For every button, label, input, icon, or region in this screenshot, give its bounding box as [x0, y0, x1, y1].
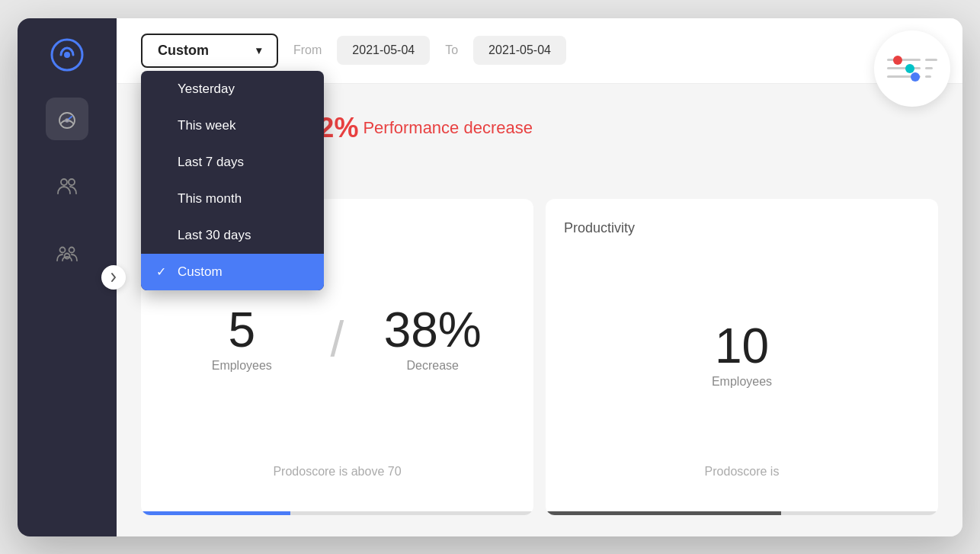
- card-2-progress-bar: [546, 511, 938, 515]
- dropdown-item-custom[interactable]: ✓ Custom: [141, 254, 324, 290]
- performance-pct: 2%: [319, 112, 358, 144]
- slider-track-1: [887, 59, 921, 61]
- performance-badge: ↓ 2% Performance decrease: [307, 112, 533, 144]
- sidebar-toggle-button[interactable]: [101, 265, 126, 290]
- card-1-stat-1-label: Employees: [212, 359, 272, 373]
- dropdown-selected-label: Custom: [158, 43, 209, 59]
- slider-line-2: [887, 67, 937, 69]
- settings-panel: [874, 30, 950, 107]
- logo: [49, 37, 85, 73]
- card-2-stat-1: 10 Employees: [564, 322, 920, 389]
- dropdown-item-yesterday[interactable]: Yesterday: [141, 71, 324, 107]
- dropdown-item-label-last-7-days: Last 7 days: [178, 155, 244, 170]
- slider-track-3: [887, 75, 921, 78]
- card-2-progress-rest: [781, 511, 938, 515]
- slider-line-3: [887, 75, 937, 78]
- svg-point-7: [60, 247, 66, 252]
- card-1-progress-bar: [141, 511, 533, 515]
- sidebar-nav: [18, 98, 117, 274]
- dropdown-item-label-yesterday: Yesterday: [178, 82, 235, 97]
- slider-trail-2: [925, 67, 933, 69]
- slider-track-2: [887, 67, 921, 69]
- svg-point-4: [66, 119, 69, 122]
- card-2-stat-1-label: Employees: [712, 375, 772, 389]
- card-2-progress-fill: [546, 511, 781, 515]
- from-label: From: [293, 43, 322, 57]
- slider-trail-1: [925, 59, 937, 61]
- sidebar-item-dashboard[interactable]: [46, 98, 88, 140]
- to-date-input[interactable]: 2021-05-04: [473, 36, 566, 65]
- main-content: Custom ▾ Yesterday This week Last: [117, 18, 962, 536]
- svg-point-8: [69, 247, 75, 252]
- dropdown-item-label-this-month: This month: [178, 191, 242, 207]
- header-bar: Custom ▾ Yesterday This week Last: [117, 18, 962, 84]
- svg-point-1: [64, 52, 70, 58]
- card-1-stat-2: 38% Decrease: [350, 306, 515, 373]
- svg-point-6: [69, 179, 75, 185]
- slider-dot-3: [911, 72, 920, 82]
- sidebar-item-groups[interactable]: [46, 232, 88, 274]
- card-2: Productivity 10 Employees Prodoscore is: [546, 199, 938, 515]
- slider-line-1: [887, 59, 937, 61]
- sidebar-item-team[interactable]: [46, 165, 88, 207]
- sliders-icon: [884, 56, 940, 81]
- card-1-progress-rest: [290, 511, 533, 515]
- card-1-stat-1: 5 Employees: [159, 306, 325, 373]
- card-1-stat-1-value: 5: [229, 306, 256, 354]
- date-range-dropdown-menu: Yesterday This week Last 7 days This mon…: [141, 71, 324, 290]
- card-2-stats: 10 Employees: [564, 251, 920, 459]
- dropdown-item-this-week[interactable]: This week: [141, 107, 324, 144]
- dropdown-item-this-month[interactable]: This month: [141, 181, 324, 217]
- card-1-progress-fill: [141, 511, 290, 515]
- svg-point-5: [61, 179, 67, 185]
- dropdown-item-label-custom: Custom: [178, 264, 223, 280]
- to-label: To: [445, 43, 458, 57]
- card-2-footnote: Prodoscore is: [564, 465, 920, 515]
- check-icon-custom: ✓: [156, 264, 171, 279]
- dropdown-item-last-7-days[interactable]: Last 7 days: [141, 144, 324, 181]
- card-1-footnote: Prodoscore is above 70: [159, 465, 515, 515]
- svg-point-9: [65, 253, 70, 258]
- date-range-dropdown-wrapper: Custom ▾ Yesterday This week Last: [141, 34, 278, 68]
- card-1-stat-2-label: Decrease: [406, 359, 458, 373]
- dropdown-item-label-this-week: This week: [178, 118, 236, 133]
- chevron-down-icon: ▾: [256, 44, 261, 56]
- slider-dot-1: [893, 56, 902, 65]
- slider-trail-3: [925, 75, 931, 78]
- app-wrapper: Custom ▾ Yesterday This week Last: [18, 18, 962, 536]
- dropdown-item-label-last-30-days: Last 30 days: [178, 228, 251, 243]
- dropdown-item-last-30-days[interactable]: Last 30 days: [141, 217, 324, 254]
- card-1-divider: /: [325, 315, 351, 363]
- from-date-input[interactable]: 2021-05-04: [337, 36, 430, 65]
- card-2-stat-1-value: 10: [715, 322, 769, 370]
- performance-label: Performance decrease: [363, 118, 533, 138]
- date-range-dropdown-button[interactable]: Custom ▾: [141, 34, 278, 68]
- card-2-title: Productivity: [564, 220, 920, 236]
- card-1-stat-2-value: 38%: [384, 306, 482, 354]
